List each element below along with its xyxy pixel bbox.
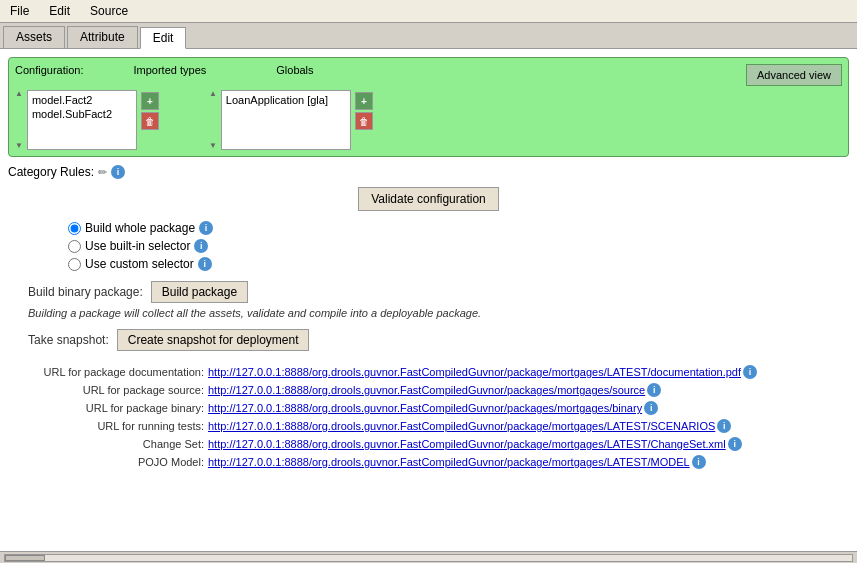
globals-scroll-arrows: ▲ ▼ [209, 90, 217, 150]
url-link-0[interactable]: http://127.0.0.1:8888/org.drools.guvnor.… [208, 366, 741, 378]
radio-builtin-label: Use built-in selector [85, 239, 190, 253]
globals-btn-group: + 🗑 [355, 92, 373, 130]
url-info-icon-4[interactable]: i [728, 437, 742, 451]
globals-scroll-up[interactable]: ▲ [209, 90, 217, 98]
create-snapshot-button[interactable]: Create snapshot for deployment [117, 329, 310, 351]
imported-types-list: model.Fact2 model.SubFact2 [27, 90, 137, 150]
radio-row-2: Use custom selector i [68, 257, 849, 271]
url-section: URL for package documentation: http://12… [8, 365, 849, 469]
category-rules-label: Category Rules: [8, 165, 94, 179]
radio-whole-package[interactable] [68, 222, 81, 235]
url-link-3[interactable]: http://127.0.0.1:8888/org.drools.guvnor.… [208, 420, 715, 432]
url-info-icon-5[interactable]: i [692, 455, 706, 469]
remove-global-button[interactable]: 🗑 [355, 112, 373, 130]
url-link-4[interactable]: http://127.0.0.1:8888/org.drools.guvnor.… [208, 438, 726, 450]
config-label: Configuration: [15, 64, 84, 86]
url-row-4: Change Set: http://127.0.0.1:8888/org.dr… [18, 437, 849, 451]
menu-source[interactable]: Source [84, 2, 134, 20]
tab-assets[interactable]: Assets [3, 26, 65, 48]
validate-config-button[interactable]: Validate configuration [358, 187, 499, 211]
url-link-1[interactable]: http://127.0.0.1:8888/org.drools.guvnor.… [208, 384, 645, 396]
url-row-5: POJO Model: http://127.0.0.1:8888/org.dr… [18, 455, 849, 469]
build-label: Build binary package: [28, 285, 143, 299]
remove-imported-type-button[interactable]: 🗑 [141, 112, 159, 130]
globals-list: LoanApplication [gla] [221, 90, 351, 150]
imported-scroll-arrows: ▲ ▼ [15, 90, 23, 150]
url-label-4: Change Set: [18, 438, 208, 450]
snapshot-row: Take snapshot: Create snapshot for deplo… [8, 329, 849, 351]
imported-types-label: Imported types [134, 64, 207, 86]
url-row-0: URL for package documentation: http://12… [18, 365, 849, 379]
radio-row-0: Build whole package i [68, 221, 849, 235]
url-info-icon-2[interactable]: i [644, 401, 658, 415]
url-info-icon-1[interactable]: i [647, 383, 661, 397]
radio-row-1: Use built-in selector i [68, 239, 849, 253]
scrollbar-thumb[interactable] [5, 555, 45, 561]
url-label-0: URL for package documentation: [18, 366, 208, 378]
globals-scroll-down[interactable]: ▼ [209, 142, 217, 150]
url-link-2[interactable]: http://127.0.0.1:8888/org.drools.guvnor.… [208, 402, 642, 414]
globals-label: Globals [276, 64, 313, 86]
globals-section: ▲ ▼ LoanApplication [gla] + 🗑 [209, 90, 373, 150]
radio-builtin-info-icon[interactable]: i [194, 239, 208, 253]
url-row-3: URL for running tests: http://127.0.0.1:… [18, 419, 849, 433]
url-link-5[interactable]: http://127.0.0.1:8888/org.drools.guvnor.… [208, 456, 690, 468]
radio-custom-info-icon[interactable]: i [198, 257, 212, 271]
url-label-1: URL for package source: [18, 384, 208, 396]
scrollbar-track[interactable] [4, 554, 853, 562]
radio-custom[interactable] [68, 258, 81, 271]
url-label-3: URL for running tests: [18, 420, 208, 432]
tab-edit[interactable]: Edit [140, 27, 187, 49]
menu-edit[interactable]: Edit [43, 2, 76, 20]
build-note: Building a package will collect all the … [8, 307, 849, 319]
url-row-1: URL for package source: http://127.0.0.1… [18, 383, 849, 397]
tab-attribute[interactable]: Attribute [67, 26, 138, 48]
url-info-icon-0[interactable]: i [743, 365, 757, 379]
url-row-2: URL for package binary: http://127.0.0.1… [18, 401, 849, 415]
imported-types-section: ▲ ▼ model.Fact2 model.SubFact2 + 🗑 [15, 90, 159, 150]
url-info-icon-3[interactable]: i [717, 419, 731, 433]
tabs-bar: Assets Attribute Edit [0, 23, 857, 49]
radio-custom-label: Use custom selector [85, 257, 194, 271]
category-rules-info-icon[interactable]: i [111, 165, 125, 179]
imported-item-0[interactable]: model.Fact2 [30, 93, 134, 107]
radio-builtin[interactable] [68, 240, 81, 253]
imported-scroll-down[interactable]: ▼ [15, 142, 23, 150]
horizontal-scrollbar[interactable] [0, 551, 857, 563]
snapshot-label: Take snapshot: [28, 333, 109, 347]
radio-group: Build whole package i Use built-in selec… [8, 221, 849, 271]
config-box: Configuration: Imported types Globals Ad… [8, 57, 849, 157]
add-imported-type-button[interactable]: + [141, 92, 159, 110]
menu-bar: File Edit Source [0, 0, 857, 23]
add-global-button[interactable]: + [355, 92, 373, 110]
url-label-5: POJO Model: [18, 456, 208, 468]
imported-scroll-up[interactable]: ▲ [15, 90, 23, 98]
radio-whole-label: Build whole package [85, 221, 195, 235]
build-package-button[interactable]: Build package [151, 281, 248, 303]
global-item-0[interactable]: LoanApplication [gla] [224, 93, 348, 107]
menu-file[interactable]: File [4, 2, 35, 20]
pencil-icon[interactable]: ✏ [98, 166, 107, 179]
imported-btn-group: + 🗑 [141, 92, 159, 130]
advanced-view-button[interactable]: Advanced view [746, 64, 842, 86]
imported-item-1[interactable]: model.SubFact2 [30, 107, 134, 121]
radio-whole-info-icon[interactable]: i [199, 221, 213, 235]
category-rules-row: Category Rules: ✏ i [8, 165, 849, 179]
main-content: Configuration: Imported types Globals Ad… [0, 49, 857, 560]
config-sections: ▲ ▼ model.Fact2 model.SubFact2 + 🗑 ▲ ▼ [15, 90, 842, 150]
build-row: Build binary package: Build package [8, 281, 849, 303]
config-header: Configuration: Imported types Globals Ad… [15, 64, 842, 86]
url-label-2: URL for package binary: [18, 402, 208, 414]
